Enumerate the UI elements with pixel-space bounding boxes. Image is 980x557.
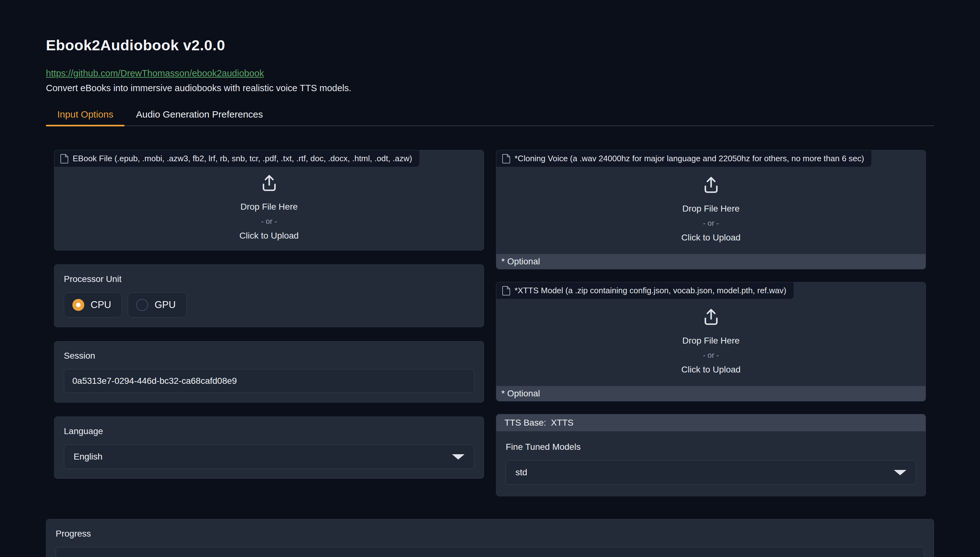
radio-gpu[interactable]: GPU: [128, 292, 186, 318]
xtts-model-upload-label-text: *XTTS Model (a .zip containing config.js…: [515, 286, 786, 295]
page-title: Ebook2Audiobook v2.0.0: [46, 36, 934, 54]
session-label: Session: [64, 351, 474, 361]
processor-radio-group: CPU GPU: [64, 292, 474, 318]
file-icon: [502, 154, 510, 163]
chevron-down-icon: [894, 470, 907, 475]
session-input[interactable]: 0a5313e7-0294-446d-bc32-ca68cafd08e9: [64, 369, 474, 393]
upload-icon: [259, 174, 280, 193]
processor-unit-panel: Processor Unit CPU GPU: [54, 264, 484, 327]
language-dropdown-value: English: [73, 452, 103, 462]
progress-row: Progress: [46, 519, 934, 557]
drop-file-text: Drop File Here: [682, 204, 739, 214]
tab-audio-generation-preferences[interactable]: Audio Generation Preferences: [124, 109, 274, 125]
cloning-voice-upload-label: *Cloning Voice (a .wav 24000hz for major…: [496, 150, 872, 167]
radio-cpu-dot[interactable]: [72, 299, 84, 311]
radio-gpu-dot[interactable]: [136, 299, 148, 311]
progress-input[interactable]: [55, 547, 925, 557]
or-text: - or -: [703, 351, 719, 360]
ebook-upload-block: EBook File (.epub, .mobi, .azw3, fb2, lr…: [54, 150, 484, 251]
right-column: *Cloning Voice (a .wav 24000hz for major…: [496, 150, 926, 496]
fine-tuned-models-label: Fine Tuned Models: [506, 442, 916, 452]
xtts-model-upload-label: *XTTS Model (a .zip containing config.js…: [496, 282, 794, 299]
click-to-upload-text: Click to Upload: [239, 231, 298, 241]
tts-base-panel: TTS Base: XTTS Fine Tuned Models std: [496, 414, 926, 496]
file-icon: [502, 286, 510, 295]
cloning-voice-optional-bar: * Optional: [496, 254, 926, 269]
tts-base-header: TTS Base: XTTS: [496, 414, 926, 431]
file-icon: [60, 154, 68, 163]
language-label: Language: [64, 426, 474, 436]
ebook-upload-label: EBook File (.epub, .mobi, .azw3, fb2, lr…: [54, 150, 420, 167]
app-description: Convert eBooks into immersive audiobooks…: [46, 83, 934, 93]
xtts-model-optional-bar: * Optional: [496, 386, 926, 401]
ebook-upload-label-text: EBook File (.epub, .mobi, .azw3, fb2, lr…: [73, 154, 412, 163]
processor-unit-label: Processor Unit: [64, 274, 474, 284]
upload-icon: [701, 175, 721, 195]
xtts-model-upload-block: *XTTS Model (a .zip containing config.js…: [496, 282, 926, 401]
session-panel: Session 0a5313e7-0294-446d-bc32-ca68cafd…: [54, 341, 484, 403]
tab-bar: Input Options Audio Generation Preferenc…: [46, 109, 934, 126]
left-column: EBook File (.epub, .mobi, .azw3, fb2, lr…: [54, 150, 484, 496]
cloning-voice-upload-block: *Cloning Voice (a .wav 24000hz for major…: [496, 150, 926, 269]
language-panel: Language English: [54, 417, 484, 479]
radio-gpu-label: GPU: [155, 299, 176, 311]
drop-file-text: Drop File Here: [682, 336, 739, 346]
tab-content-input-options: EBook File (.epub, .mobi, .azw3, fb2, lr…: [46, 126, 934, 496]
upload-icon: [701, 308, 721, 327]
click-to-upload-text: Click to Upload: [681, 233, 740, 243]
progress-label: Progress: [55, 529, 925, 539]
cloning-voice-upload-label-text: *Cloning Voice (a .wav 24000hz for major…: [515, 154, 864, 163]
or-text: - or -: [261, 217, 277, 226]
fine-tuned-models-dropdown[interactable]: std: [506, 460, 916, 485]
radio-cpu-label: CPU: [91, 299, 111, 311]
app-root: Ebook2Audiobook v2.0.0 https://github.co…: [0, 36, 980, 557]
tab-input-options[interactable]: Input Options: [46, 109, 124, 125]
drop-file-text: Drop File Here: [240, 202, 298, 212]
or-text: - or -: [703, 219, 719, 228]
click-to-upload-text: Click to Upload: [681, 365, 740, 375]
progress-panel: Progress: [46, 519, 934, 557]
radio-cpu[interactable]: CPU: [64, 292, 122, 318]
chevron-down-icon: [452, 454, 465, 459]
github-link[interactable]: https://github.com/DrewThomasson/ebook2a…: [46, 68, 264, 78]
fine-tuned-models-dropdown-value: std: [515, 467, 527, 477]
language-dropdown[interactable]: English: [64, 445, 474, 469]
